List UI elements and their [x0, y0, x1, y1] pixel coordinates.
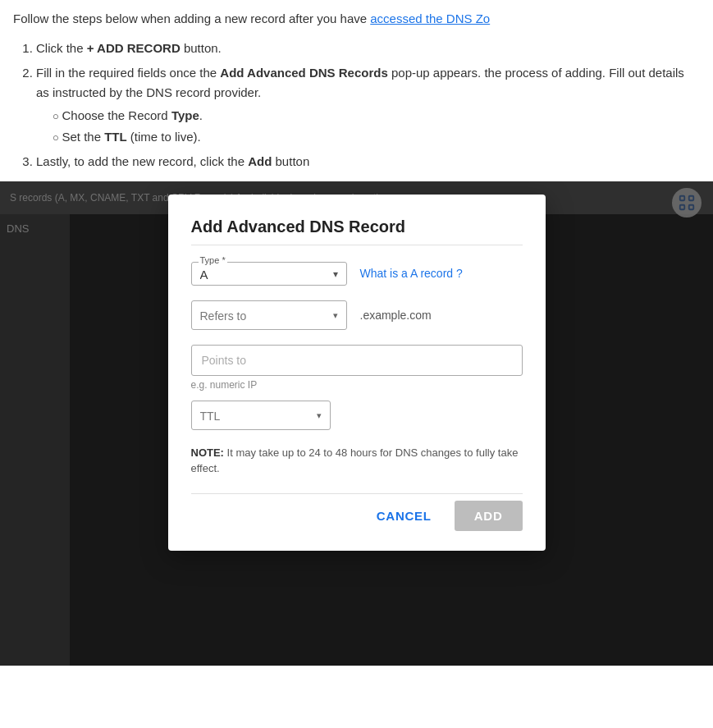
points-to-row [191, 345, 523, 376]
sub-item-type: Choose the Record Type. [53, 106, 700, 126]
type-label: Type * [199, 255, 227, 265]
modal-title: Add Advanced DNS Record [191, 217, 523, 245]
step-3: Lastly, to add the new record, click the… [36, 152, 700, 172]
type-row: Type * A AAAA CNAME MX TXT SRV ▾ [191, 262, 523, 286]
points-to-input[interactable] [191, 345, 523, 376]
note-section: NOTE: It may take up to 24 to 48 hours f… [191, 445, 523, 477]
note-content: It may take up to 24 to 48 hours for DNS… [191, 446, 519, 475]
instructions-section: Follow the steps below when adding a new… [0, 0, 713, 172]
add-button[interactable]: ADD [455, 501, 523, 531]
what-is-suffix: ? [453, 267, 463, 280]
background-panel: S records (A, MX, CNAME, TXT and SRV Rec… [0, 181, 713, 666]
points-to-helper-text: e.g. numeric IP [191, 379, 523, 391]
type-float-wrapper: Type * A AAAA CNAME MX TXT SRV ▾ [191, 262, 347, 286]
refers-to-row: Refers to ▾ .example.com [191, 300, 523, 330]
step-2-bold: Add Advanced DNS Records [220, 66, 388, 80]
step-2: Fill in the required fields once the Add… [36, 63, 700, 147]
modal-overlay: Add Advanced DNS Record Type * A AAAA CN… [0, 181, 713, 666]
ttl-bold: TTL [104, 130, 127, 144]
type-select[interactable]: A AAAA CNAME MX TXT SRV [200, 268, 338, 282]
add-dns-record-modal: Add Advanced DNS Record Type * A AAAA CN… [168, 195, 546, 551]
step-2-sublist: Choose the Record Type. Set the TTL (tim… [36, 106, 700, 147]
modal-footer: CANCEL ADD [191, 493, 523, 531]
a-record-link[interactable]: A record [410, 267, 453, 280]
note-label: NOTE: [191, 446, 224, 459]
refers-to-field: Refers to ▾ [191, 300, 347, 330]
dns-zone-link[interactable]: accessed the DNS Zo [370, 11, 490, 25]
what-is-record-text: What is a A record ? [360, 267, 463, 280]
intro-text-start: Follow the steps below when adding a new… [13, 11, 370, 25]
step-3-bold: Add [248, 154, 272, 168]
type-bold: Type [171, 108, 199, 122]
intro-paragraph: Follow the steps below when adding a new… [13, 10, 700, 29]
cancel-button[interactable]: CANCEL [367, 502, 441, 529]
step-1: Click the + ADD RECORD button. [36, 39, 700, 58]
ttl-select[interactable]: TTL Automatic (3600) 3600 7200 86400 [200, 410, 317, 423]
ttl-row: TTL Automatic (3600) 3600 7200 86400 ▾ [191, 401, 523, 430]
refers-to-select[interactable]: Refers to [200, 309, 333, 323]
steps-list: Click the + ADD RECORD button. Fill in t… [13, 39, 700, 172]
what-is-prefix: What is a [360, 267, 410, 280]
refers-to-chevron-icon: ▾ [333, 310, 338, 321]
domain-suffix-text: .example.com [360, 309, 432, 322]
ttl-field: TTL Automatic (3600) 3600 7200 86400 ▾ [191, 401, 331, 430]
type-field: Type * A AAAA CNAME MX TXT SRV ▾ [191, 262, 347, 286]
step-1-bold: + ADD RECORD [87, 41, 181, 55]
ttl-chevron-icon: ▾ [317, 410, 322, 421]
sub-item-ttl: Set the TTL (time to live). [53, 127, 700, 147]
type-select-wrapper: A AAAA CNAME MX TXT SRV ▾ [200, 268, 338, 282]
